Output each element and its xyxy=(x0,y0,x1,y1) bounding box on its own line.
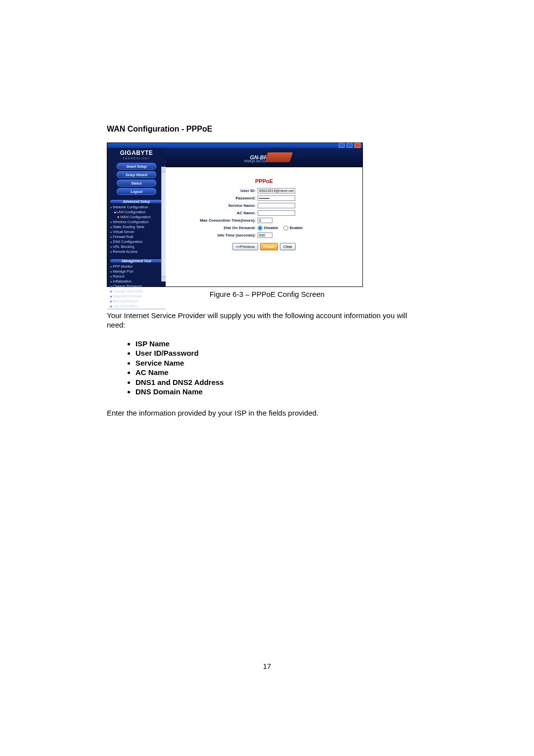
dod-enable-radio[interactable] xyxy=(283,226,288,231)
sidebar-link[interactable]: ■ WAN Configuration xyxy=(110,215,164,219)
sidebar-header-management: Management Tool xyxy=(110,259,163,263)
sidebar-btn-status[interactable]: Status xyxy=(117,180,156,187)
sidebar-link[interactable]: Log Information xyxy=(110,304,164,308)
sidebar-link[interactable]: Manage Port xyxy=(110,269,164,274)
window-buttons xyxy=(338,143,360,148)
service-name-label: Service Name: xyxy=(176,203,258,208)
banner: GN-BR01G 54Mbps AirCruiser G Router xyxy=(166,148,362,167)
ac-name-input[interactable] xyxy=(258,210,295,216)
service-name-input[interactable] xyxy=(258,203,295,208)
sidebar: GIGABYTE TECHNOLOGY Smart Setup Setup Wi… xyxy=(107,148,166,286)
sidebar-header-advanced: Advanced Setup xyxy=(110,200,163,203)
finish-button[interactable]: Finish xyxy=(260,243,278,250)
max-conn-input[interactable] xyxy=(258,218,272,223)
window-titlebar xyxy=(107,143,362,148)
requirements-list: ISP NameUser ID/PasswordService NameAC N… xyxy=(127,339,427,397)
sidebar-link[interactable]: Static Routing Table xyxy=(110,225,164,229)
sidebar-link[interactable]: Upgrade Firmware xyxy=(110,294,164,298)
page-number: 17 xyxy=(107,662,427,670)
requirement-item: ISP Name xyxy=(135,339,427,349)
previous-button[interactable]: <<Previous xyxy=(232,243,258,250)
main-panel: GN-BR01G 54Mbps AirCruiser G Router PPPo… xyxy=(166,148,362,286)
sidebar-link[interactable]: Reboot xyxy=(110,274,164,279)
sidebar-link[interactable]: Remote Access xyxy=(110,249,164,254)
dod-disable-radio[interactable] xyxy=(258,226,263,231)
sidebar-link[interactable]: Initialization xyxy=(110,279,164,284)
sidebar-link[interactable]: PPP Monitor xyxy=(110,264,164,269)
idle-time-input[interactable] xyxy=(258,233,272,238)
brand-subtext: TECHNOLOGY xyxy=(123,157,150,160)
sidebar-link[interactable]: DNS Configuration xyxy=(110,239,164,244)
max-conn-label: Max Connection Time(hours): xyxy=(176,218,258,223)
sidebar-link[interactable]: Network Configuration xyxy=(110,205,164,209)
sidebar-link[interactable]: Change Password xyxy=(110,284,164,288)
requirement-item: DNS Domain Name xyxy=(135,387,427,397)
router-admin-screenshot: GIGABYTE TECHNOLOGY Smart Setup Setup Wi… xyxy=(107,142,363,287)
minimize-icon xyxy=(339,143,345,148)
idle-time-label: Idle Time (seconds): xyxy=(176,233,258,237)
dod-disable-text: Disable xyxy=(264,226,278,230)
requirement-item: User ID/Password xyxy=(135,348,427,358)
section-heading: WAN Configuration - PPPoE xyxy=(107,125,427,134)
requirement-item: Service Name xyxy=(135,358,427,368)
password-input[interactable] xyxy=(258,195,295,201)
sidebar-link[interactable]: Change WAN MAC xyxy=(110,289,164,293)
maximize-icon xyxy=(347,143,353,148)
sidebar-btn-smart-setup[interactable]: Smart Setup xyxy=(117,163,156,170)
ac-name-label: AC Name: xyxy=(176,211,258,215)
requirement-item: AC Name xyxy=(135,368,427,378)
user-id-input[interactable] xyxy=(258,188,295,193)
brand-logo: GIGABYTE TECHNOLOGY xyxy=(107,148,166,160)
requirement-item: DNS1 and DNS2 Address xyxy=(135,378,427,387)
sidebar-btn-setup-wizard[interactable]: Setup Wizard xyxy=(117,171,156,178)
sidebar-link[interactable]: Wireless Configuration xyxy=(110,220,164,224)
clear-button[interactable]: Clear xyxy=(280,243,296,250)
dod-enable-text: Enable xyxy=(290,226,303,230)
pppoe-form: PPPoE User ID: Password: Service Name: xyxy=(166,167,362,255)
sidebar-link[interactable]: URL Blocking xyxy=(110,244,164,249)
sidebar-btn-logout[interactable]: Logout xyxy=(117,188,156,195)
sidebar-link[interactable]: BackUp/Restore xyxy=(110,299,164,303)
dial-on-demand-label: Dial On Demand: xyxy=(176,226,258,230)
close-icon xyxy=(355,143,360,148)
intro-paragraph: Your Internet Service Provider will supp… xyxy=(107,311,427,330)
password-label: Password: xyxy=(176,196,258,200)
router-illustration xyxy=(265,150,292,164)
closing-paragraph: Enter the information provided by your I… xyxy=(107,409,427,417)
sidebar-hscrollbar[interactable] xyxy=(107,309,166,309)
form-title: PPPoE xyxy=(176,178,353,184)
brand-name: GIGABYTE xyxy=(120,149,153,156)
sidebar-link[interactable]: LAN Configuration xyxy=(110,210,164,214)
sidebar-link[interactable]: Firewall Rule xyxy=(110,235,164,239)
sidebar-link[interactable]: Virtual Server xyxy=(110,230,164,234)
user-id-label: User ID: xyxy=(176,189,258,193)
